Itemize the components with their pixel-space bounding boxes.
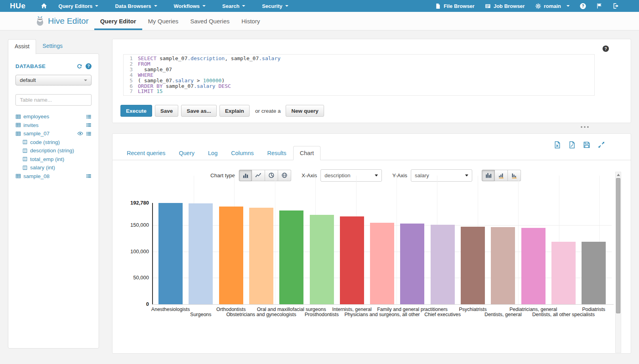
app-title[interactable]: Hive Editor	[48, 16, 89, 26]
results-tab-log[interactable]: Log	[201, 146, 224, 160]
column-name: total_emp (int)	[30, 156, 64, 162]
table-detail-icon[interactable]	[86, 122, 92, 128]
nav-menu-workflows[interactable]: Workflows	[166, 0, 214, 12]
column-icon	[22, 139, 28, 145]
table-detail-icon[interactable]	[86, 114, 92, 119]
database-header: DATABASE ?	[15, 63, 92, 69]
nav-menu-security[interactable]: Security	[254, 0, 296, 12]
sql-line: sample_07	[138, 67, 280, 72]
chart-gridline	[397, 176, 397, 304]
results-tab-query[interactable]: Query	[172, 146, 202, 160]
chevron-down-icon	[154, 5, 157, 7]
download-csv-icon[interactable]	[568, 141, 576, 149]
table-item-invites[interactable]: invites	[15, 121, 92, 130]
database-help-icon[interactable]: ?	[86, 63, 92, 69]
editor-help-icon[interactable]: ?	[603, 46, 609, 52]
results-panel: Recent queriesQueryLogColumnsResultsChar…	[112, 133, 631, 354]
editor-actions: Execute Save Save as... Explain or creat…	[120, 105, 327, 117]
chart-bar-dentists-general	[491, 227, 515, 304]
results-tab-results[interactable]: Results	[260, 146, 293, 160]
x-category-label: Anesthesiologists	[151, 307, 190, 312]
results-tab-chart[interactable]: Chart	[293, 146, 320, 160]
scrollbar-thumb[interactable]	[616, 178, 620, 313]
sql-code-editor[interactable]: 1234567 SELECT sample_07.description, sa…	[123, 54, 595, 96]
chart-bar-family-and-general-practitioners	[400, 224, 424, 304]
app-tabs: Query EditorMy QueriesSaved QueriesHisto…	[94, 12, 266, 30]
table-item-actions	[86, 173, 92, 179]
flag-icon[interactable]	[596, 3, 603, 9]
app-tab-history[interactable]: History	[235, 12, 266, 30]
top-navbar: HUe Query EditorsData BrowsersWorkflowsS…	[0, 0, 639, 12]
database-label: DATABASE	[15, 63, 46, 69]
database-select[interactable]: default	[15, 75, 92, 85]
sql-line: FROM	[138, 61, 280, 67]
table-icon	[15, 122, 21, 128]
new-query-button[interactable]: New query	[286, 105, 324, 117]
nav-menu-search[interactable]: Search	[214, 0, 254, 12]
x-category-label: Dentists, general	[484, 312, 522, 317]
file-browser-link[interactable]: File Browser	[435, 3, 475, 9]
home-icon[interactable]	[41, 3, 47, 9]
x-category-label: Dentists, all other specialists	[532, 312, 595, 317]
table-detail-icon[interactable]	[86, 173, 92, 179]
tab-assist[interactable]: Assist	[8, 39, 36, 54]
gear-icon	[535, 3, 541, 9]
chart-bar-pediatricians-general	[521, 228, 546, 304]
chart-scrollbar[interactable]	[615, 172, 621, 353]
execute-button[interactable]: Execute	[120, 105, 152, 117]
column-item-code-string[interactable]: code (string)	[15, 138, 92, 147]
column-name: description (string)	[30, 148, 74, 154]
chart-bar-anesthesiologists	[158, 203, 183, 304]
column-item-salary-int[interactable]: salary (int)	[15, 163, 92, 172]
assist-panel: DATABASE ? default employeesinvitessampl…	[8, 53, 99, 349]
chart-bar-orthodontists	[219, 207, 243, 304]
expand-icon[interactable]	[597, 141, 605, 149]
chart-bar-oral-and-maxillofacial-surgeons	[279, 210, 303, 304]
navbar-right: File Browser Job Browser romain ?	[435, 3, 619, 9]
table-name: sample_08	[23, 173, 50, 179]
app-tab-my-queries[interactable]: My Queries	[142, 12, 185, 30]
save-results-icon[interactable]	[583, 141, 591, 149]
chart-gridline	[275, 176, 275, 304]
column-name: code (string)	[30, 139, 60, 145]
nav-menu-data-browsers[interactable]: Data Browsers	[107, 0, 165, 12]
table-item-sample-07[interactable]: sample_07	[15, 129, 92, 138]
scroll-up-icon[interactable]	[617, 174, 620, 176]
help-icon[interactable]: ?	[580, 3, 586, 9]
results-tab-recent-queries[interactable]: Recent queries	[120, 146, 172, 160]
download-xls-icon[interactable]	[553, 141, 561, 149]
user-menu[interactable]: romain	[535, 3, 570, 9]
tab-settings[interactable]: Settings	[36, 39, 69, 54]
refresh-icon[interactable]	[76, 63, 82, 69]
hive-logo-icon[interactable]	[35, 16, 45, 26]
panel-resize-handle[interactable]	[581, 126, 589, 128]
table-detail-icon[interactable]	[86, 131, 92, 136]
hue-logo[interactable]: HUe	[10, 2, 26, 10]
sql-line: LIMIT 15	[138, 89, 280, 94]
job-browser-label: Job Browser	[494, 3, 525, 9]
sign-out-icon[interactable]	[613, 3, 619, 9]
table-icon	[15, 173, 21, 179]
app-tab-query-editor[interactable]: Query Editor	[94, 12, 142, 30]
chart-gridline	[518, 176, 519, 304]
table-item-sample-08[interactable]: sample_08	[15, 172, 92, 181]
x-axis-line	[152, 304, 614, 305]
save-as-button[interactable]: Save as...	[181, 105, 217, 117]
app-tab-saved-queries[interactable]: Saved Queries	[184, 12, 235, 30]
explain-button[interactable]: Explain	[219, 105, 250, 117]
eye-icon[interactable]	[77, 131, 83, 136]
table-filter-input[interactable]	[15, 94, 92, 106]
column-item-description-string[interactable]: description (string)	[15, 146, 92, 155]
chevron-down-icon	[202, 5, 206, 7]
results-toolbar	[553, 141, 605, 149]
sidebar-tabs: Assist Settings	[8, 39, 99, 54]
table-item-employees[interactable]: employees	[15, 112, 92, 121]
job-browser-link[interactable]: Job Browser	[485, 3, 525, 9]
or-create-text: or create a	[255, 108, 281, 114]
nav-menu-query-editors[interactable]: Query Editors	[50, 0, 107, 12]
results-tab-columns[interactable]: Columns	[224, 146, 260, 160]
column-item-total-emp-int[interactable]: total_emp (int)	[15, 155, 92, 164]
line-number: 1	[124, 56, 133, 61]
save-button[interactable]: Save	[155, 105, 179, 117]
nav-menu-label: Query Editors	[59, 3, 93, 9]
